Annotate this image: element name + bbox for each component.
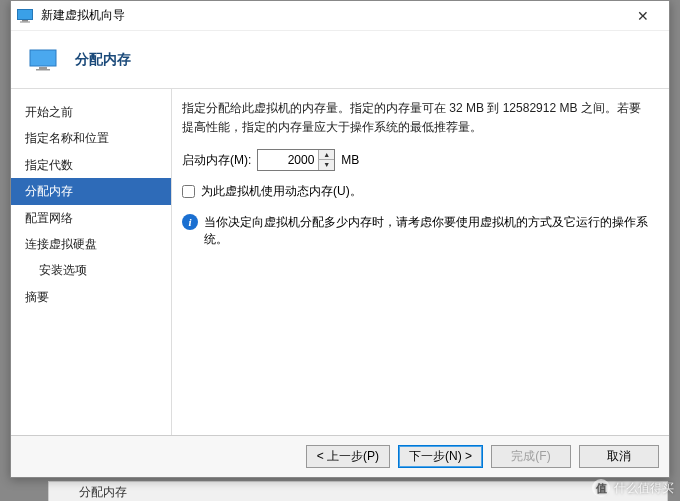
- description-text: 指定分配给此虚拟机的内存量。指定的内存量可在 32 MB 到 12582912 …: [182, 99, 649, 137]
- step-summary[interactable]: 摘要: [11, 284, 171, 310]
- step-assign-memory[interactable]: 分配内存: [11, 178, 171, 204]
- svg-rect-0: [18, 9, 33, 19]
- watermark-text: 什么值得买: [614, 480, 674, 497]
- svg-rect-4: [39, 67, 47, 69]
- dynamic-memory-label: 为此虚拟机使用动态内存(U)。: [201, 183, 362, 200]
- dynamic-memory-checkbox[interactable]: [182, 185, 195, 198]
- header-icon: [29, 49, 57, 71]
- close-button[interactable]: ✕: [623, 2, 663, 30]
- step-name-location[interactable]: 指定名称和位置: [11, 125, 171, 151]
- finish-button: 完成(F): [491, 445, 571, 468]
- dynamic-memory-row: 为此虚拟机使用动态内存(U)。: [182, 183, 649, 200]
- page-title: 分配内存: [75, 51, 131, 69]
- svg-rect-2: [20, 21, 30, 22]
- footer: < 上一步(P) 下一步(N) > 完成(F) 取消: [11, 435, 669, 477]
- info-icon: i: [182, 214, 198, 230]
- memory-spin-up[interactable]: ▲: [319, 150, 334, 160]
- step-configure-network[interactable]: 配置网络: [11, 205, 171, 231]
- background-wizard-step: 分配内存: [48, 481, 668, 501]
- memory-unit: MB: [341, 153, 359, 167]
- step-install-options[interactable]: 安装选项: [11, 257, 171, 283]
- window-title: 新建虚拟机向导: [41, 7, 623, 24]
- step-before-begin[interactable]: 开始之前: [11, 99, 171, 125]
- memory-spin-down[interactable]: ▼: [319, 160, 334, 170]
- app-icon: [17, 8, 33, 24]
- memory-field-row: 启动内存(M): ▲ ▼ MB: [182, 149, 649, 171]
- next-button[interactable]: 下一步(N) >: [398, 445, 483, 468]
- wizard-steps-sidebar: 开始之前 指定名称和位置 指定代数 分配内存 配置网络 连接虚拟硬盘 安装选项 …: [11, 89, 171, 435]
- header: 分配内存: [11, 31, 669, 89]
- svg-rect-1: [22, 20, 28, 22]
- wizard-dialog: 新建虚拟机向导 ✕ 分配内存 开始之前 指定名称和位置 指定代数 分配内存 配置…: [10, 0, 670, 478]
- memory-spinner: ▲ ▼: [257, 149, 335, 171]
- watermark-icon: 值: [592, 479, 610, 497]
- step-connect-vhd[interactable]: 连接虚拟硬盘: [11, 231, 171, 257]
- svg-rect-3: [30, 50, 56, 66]
- info-row: i 当你决定向虚拟机分配多少内存时，请考虑你要使用虚拟机的方式及它运行的操作系统…: [182, 214, 649, 248]
- cancel-button[interactable]: 取消: [579, 445, 659, 468]
- titlebar: 新建虚拟机向导 ✕: [11, 1, 669, 31]
- previous-button[interactable]: < 上一步(P): [306, 445, 390, 468]
- content-pane: 指定分配给此虚拟机的内存量。指定的内存量可在 32 MB 到 12582912 …: [171, 89, 669, 435]
- memory-input[interactable]: [258, 150, 318, 170]
- memory-label: 启动内存(M):: [182, 152, 251, 169]
- watermark: 值 什么值得买: [592, 479, 674, 497]
- info-text: 当你决定向虚拟机分配多少内存时，请考虑你要使用虚拟机的方式及它运行的操作系统。: [204, 214, 649, 248]
- svg-rect-5: [36, 69, 50, 71]
- step-generation[interactable]: 指定代数: [11, 152, 171, 178]
